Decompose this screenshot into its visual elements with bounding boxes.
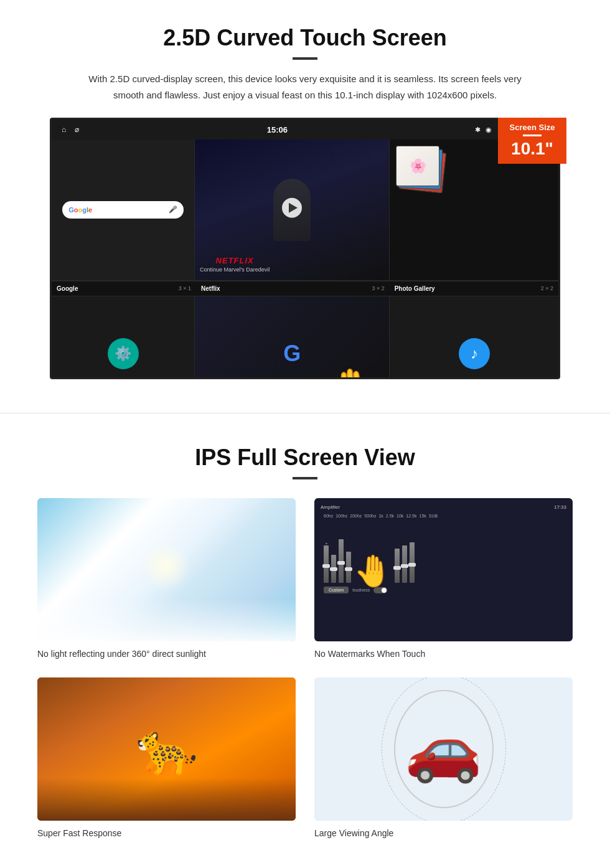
eq-handle7 [408,563,416,567]
screen-size-badge: Screen Size 10.1" [498,118,566,164]
sky-visual [37,498,296,641]
status-bar-time: 15:06 [79,125,475,134]
google-logo: Google [68,206,92,214]
netflix-app-cell[interactable]: NETFLIX Continue Marvel's Daredevil [195,139,390,281]
cheetah-emoji: 🐆 [136,720,198,778]
feature-car: 🚗 Large Viewing Angle [314,677,573,838]
sunlight-image [37,498,296,641]
eq-handle3 [337,561,345,565]
section1-divider [293,57,317,60]
feature-cheetah: 🐆 Super Fast Response [37,677,296,838]
netflix-play-button[interactable] [282,198,302,218]
sound-icon-circle: ♪ [459,338,490,369]
feature-sunlight: No light reflecting under 360° direct su… [37,498,296,659]
amp-freq-labels: 60hz100hz200hz500hz 1k2.5k10k12.5k15kSUB [321,514,566,518]
app-labels-top: Google 3 × 1 Netflix 3 × 2 Photo Gallery… [52,281,558,296]
car-visual: 🚗 [314,677,573,821]
mic-icon: 🎤 [169,205,177,214]
feature-watermark: Amplifier 17:33 60hz100hz200hz500hz 1k2.… [314,498,573,659]
section2-divider [293,477,317,479]
android-screen: ⌂ ⌀ 15:06 ✱ ◉ ▲ ⊡ ◁) ⊠ ▭ [50,118,560,379]
section1-title: 2.5D Curved Touch Screen [37,25,573,51]
cheetah-shadow [37,778,296,821]
gear-icon: ⚙️ [115,346,131,362]
amplifier-visual: Amplifier 17:33 60hz100hz200hz500hz 1k2.… [314,498,573,641]
google-g-icon: G [283,341,301,367]
flower-icon: 🌸 [410,158,426,174]
amplifier-image: Amplifier 17:33 60hz100hz200hz500hz 1k2.… [314,498,573,641]
sun-glow [141,541,190,591]
section1-description: With 2.5D curved-display screen, this de… [87,71,523,103]
sound-search-cell[interactable]: ♪ [390,296,558,379]
eq-handle2 [330,567,337,571]
device-mockup: Screen Size 10.1" ⌂ ⌀ 15:06 ✱ ◉ ▲ ⊡ ◁) ⊠ [50,118,560,379]
loudness-toggle[interactable] [373,587,387,593]
eq-bar-fader7 [410,542,415,583]
eq-bar-7 [410,542,415,583]
eq-bar-2 [331,555,336,583]
share-location-cell[interactable]: G 🤚 [195,296,390,379]
netflix-label-area: NETFLIX Continue Marvel's Daredevil [200,256,270,273]
section-separator [0,413,610,413]
screen-size-value: 10.1" [504,139,560,159]
home-icon: ⌂ [62,125,66,134]
status-bar-left: ⌂ ⌀ [62,125,79,134]
play-triangle-icon [289,203,298,213]
eq-bar-1 [324,543,329,583]
screen-size-label: Screen Size [504,123,560,132]
eq-bar-6 [402,545,407,583]
section2-title: IPS Full Screen View [37,445,573,471]
section-curved-screen: 2.5D Curved Touch Screen With 2.5D curve… [0,0,610,400]
google-search-bar[interactable]: Google 🎤 [62,201,184,219]
eq-bar-fader6 [402,545,407,583]
status-bar: ⌂ ⌀ 15:06 ✱ ◉ ▲ ⊡ ◁) ⊠ ▭ [52,120,558,139]
google-label: Google 3 × 1 [52,284,196,293]
sky-horizon [37,598,296,641]
amp-time: 17:33 [554,504,566,510]
watermark-label: No Watermarks When Touch [314,649,573,659]
usb-icon: ⌀ [75,125,79,134]
music-note-icon: ♪ [471,345,478,362]
eq-handle [322,564,330,568]
custom-button: Custom [324,587,349,593]
settings-icon-circle: ⚙️ [108,338,139,369]
netflix-subtitle: Continue Marvel's Daredevil [200,267,270,273]
eq-bar-fader5 [395,549,400,583]
gallery-label: Photo Gallery 2 × 2 [390,284,558,293]
cheetah-label: Super Fast Response [37,828,296,838]
amp-header: Amplifier 17:33 [321,504,566,510]
feature-grid: No light reflecting under 360° direct su… [37,498,573,838]
eq-handle4 [345,567,352,571]
eq-bar-3 [339,539,344,583]
eq-bar-fader3 [339,539,344,583]
google-app-cell[interactable]: Google 🎤 [52,139,195,281]
car-image: 🚗 [314,677,573,821]
eq-handle6 [401,564,408,568]
badge-divider [523,134,542,136]
cheetah-image: 🐆 [37,677,296,821]
eq-bar-fader4 [346,552,351,583]
eq-label [326,543,327,544]
app-grid-bottom: ⚙️ G 🤚 ♪ [52,296,558,379]
car-top-view-icon: 🚗 [405,712,482,786]
settings-app-cell[interactable]: ⚙️ [52,296,195,379]
eq-bar-fader2 [331,555,336,583]
location-icon: ◉ [486,126,492,134]
cheetah-visual: 🐆 [37,677,296,821]
toggle-knob [382,588,387,593]
netflix-logo-text: NETFLIX [200,256,270,265]
gallery-stack: 🌸 [396,146,446,196]
bluetooth-icon: ✱ [475,126,481,134]
eq-bar-4 [346,552,351,583]
eq-bars: 🤚 [321,521,566,583]
sunlight-label: No light reflecting under 360° direct su… [37,649,296,659]
app-grid-top: Google 🎤 NETFLIX [52,139,558,281]
amp-title: Amplifier [321,504,340,510]
eq-handle5 [393,566,401,570]
eq-bar-fader [324,545,329,583]
touch-hand-icon: 🤚 [354,553,392,589]
gallery-card-front: 🌸 [396,146,439,186]
eq-bar-5 [395,549,400,583]
car-label: Large Viewing Angle [314,828,573,838]
netflix-label-row: Netflix 3 × 2 [196,284,390,293]
